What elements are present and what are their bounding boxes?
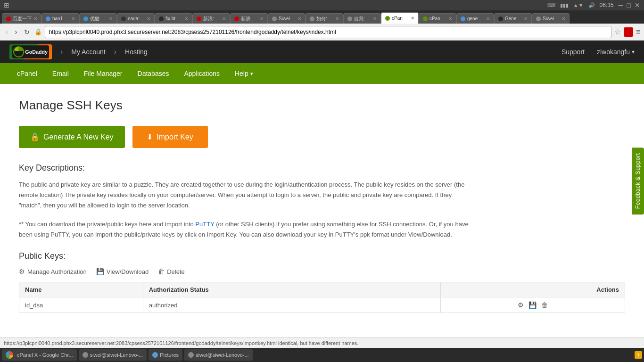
key-actions-row: ⚙ Manage Authorization 💾 View/Download 🗑… [19, 268, 625, 275]
tab-hao1[interactable]: hao1 ✕ [41, 13, 79, 24]
key-description-p1: The public and private key are similar t… [19, 180, 471, 211]
table-row: id_dsa authorized ⚙ 💾 🗑 [19, 297, 625, 313]
page-title: Manage SSH Keys [19, 98, 625, 113]
col-actions: Actions [440, 282, 625, 297]
tab-gene2[interactable]: Gene ✕ [494, 13, 532, 24]
tab-bar: 百度一下 ✕ hao1 ✕ 优酷 ✕ nada: ✕ fix bt ✕ 新浪: … [0, 10, 644, 24]
minimize-btn[interactable]: ─ [619, 1, 623, 9]
subnav-filemanager[interactable]: File Manager [76, 63, 130, 84]
main-content: Manage SSH Keys 🔒 Generate A New Key ⬇ I… [0, 84, 644, 327]
support-link[interactable]: Support [557, 41, 589, 63]
tab-siwei2[interactable]: Siwei ✕ [532, 13, 570, 24]
trash-icon: 🗑 [158, 268, 165, 275]
tab-cpanel2[interactable]: cPan ✕ [419, 13, 456, 24]
view-download-action[interactable]: 💾 View/Download [96, 268, 149, 275]
import-key-button[interactable]: ⬇ Import Key [132, 126, 208, 148]
key-name-cell: id_dsa [19, 297, 143, 313]
hosting-link[interactable]: Hosting [120, 41, 152, 63]
generate-key-button[interactable]: 🔒 Generate A New Key [19, 126, 125, 148]
col-auth-status: Authorization Status [143, 282, 440, 297]
battery-icon: ▮▮▮ [560, 2, 569, 8]
tab-sina1[interactable]: 新浪: ✕ [192, 13, 230, 24]
key-descriptions-title: Key Descriptions: [19, 163, 625, 173]
address-input[interactable] [45, 26, 611, 38]
title-bar-right: ⌨ ▮▮▮ ▲▼ 🔊 06:35 ─ □ ✕ [547, 1, 640, 9]
nav-arrow-1: › [60, 48, 63, 56]
tab-baidu[interactable]: 百度一下 ✕ [2, 13, 41, 24]
subnav-cpanel[interactable]: cPanel [9, 63, 45, 84]
reload-button[interactable]: ↻ [22, 27, 32, 37]
tab-siwei1[interactable]: Siwei ✕ [268, 13, 305, 24]
bookmark-button[interactable]: ☆ [614, 27, 621, 36]
window-controls[interactable]: ─ □ ✕ [619, 1, 640, 9]
tab-gene1[interactable]: gene ✕ [456, 13, 494, 24]
tab-youku[interactable]: 优酷 ✕ [79, 13, 117, 24]
public-keys-title: Public Keys: [19, 251, 625, 261]
tab-sina2[interactable]: 新浪: ✕ [230, 13, 268, 24]
tab-nada[interactable]: nada: ✕ [117, 13, 155, 24]
button-row: 🔒 Generate A New Key ⬇ Import Key [19, 126, 625, 148]
my-account-link[interactable]: My Account [66, 41, 110, 63]
save-icon: 💾 [96, 268, 104, 275]
forward-button[interactable]: › [13, 27, 19, 37]
row-download-icon[interactable]: 💾 [528, 301, 537, 309]
subnav-help[interactable]: Help ▾ [227, 63, 261, 84]
subnav-applications[interactable]: Applications [176, 63, 227, 84]
maximize-btn[interactable]: □ [627, 1, 631, 9]
godaddy-nav: GoDaddy › My Account › Hosting Support z… [0, 41, 644, 63]
menu-button[interactable]: ≡ [636, 28, 640, 36]
svg-text:GoDaddy: GoDaddy [25, 49, 48, 55]
tab-cpanel-active[interactable]: cPan ✕ [381, 12, 419, 24]
delete-action[interactable]: 🗑 Delete [158, 268, 185, 275]
volume-icon: 🔊 [588, 2, 595, 8]
tab-fixbt[interactable]: fix bt ✕ [155, 13, 192, 24]
row-actions-cell: ⚙ 💾 🗑 [440, 297, 625, 313]
godaddy-logo[interactable]: GoDaddy [9, 44, 52, 59]
row-delete-icon[interactable]: 🗑 [541, 301, 548, 309]
user-menu[interactable]: ziwokangfu ▾ [597, 48, 635, 56]
logo-image: GoDaddy [9, 44, 52, 59]
tab-close-baidu[interactable]: ✕ [33, 16, 37, 21]
subnav-databases[interactable]: Databases [130, 63, 177, 84]
browser-title-bar: ⊞ ⌨ ▮▮▮ ▲▼ 🔊 06:35 ─ □ ✕ [0, 0, 644, 10]
download-icon: ⬇ [147, 132, 153, 141]
table-header: Name Authorization Status Actions [19, 282, 625, 297]
gear-icon: ⚙ [19, 268, 25, 275]
keys-table: Name Authorization Status Actions id_dsa… [19, 282, 625, 313]
row-settings-icon[interactable]: ⚙ [518, 301, 524, 309]
lock-icon: 🔒 [30, 132, 40, 141]
address-bar-row: ‹ › ↻ 🔒 ☆ ≡ [0, 24, 644, 41]
close-btn[interactable]: ✕ [635, 1, 640, 9]
subnav-email[interactable]: Email [45, 63, 76, 84]
nav-right: Support ziwokangfu ▾ [557, 41, 635, 63]
nav-arrow-2: › [114, 48, 116, 56]
secure-icon: 🔒 [34, 28, 42, 35]
network-icon: ▲▼ [573, 2, 584, 8]
manage-authorization-action[interactable]: ⚙ Manage Authorization [19, 268, 87, 275]
auth-status-cell: authorized [143, 297, 440, 313]
tab-ruhe[interactable]: 如何: ✕ [305, 13, 343, 24]
col-name: Name [19, 282, 143, 297]
keyboard-icon: ⌨ [547, 2, 555, 8]
help-dropdown-icon: ▾ [250, 71, 253, 77]
extension-icon[interactable] [624, 27, 633, 37]
clock: 06:35 [600, 2, 614, 8]
os-icon: ⊞ [4, 1, 9, 9]
key-description-p2: ** You can download the private/public k… [19, 219, 471, 240]
table-body: id_dsa authorized ⚙ 💾 🗑 [19, 297, 625, 313]
feedback-sidebar[interactable]: Feedback & Support [632, 148, 644, 214]
sub-nav: cPanel Email File Manager Databases Appl… [0, 63, 644, 84]
public-keys-section: Public Keys: ⚙ Manage Authorization 💾 Vi… [19, 251, 625, 313]
tab-ziwo[interactable]: 自我: ✕ [343, 13, 381, 24]
putty-link[interactable]: PuTTY [195, 221, 214, 228]
back-button[interactable]: ‹ [4, 27, 10, 37]
